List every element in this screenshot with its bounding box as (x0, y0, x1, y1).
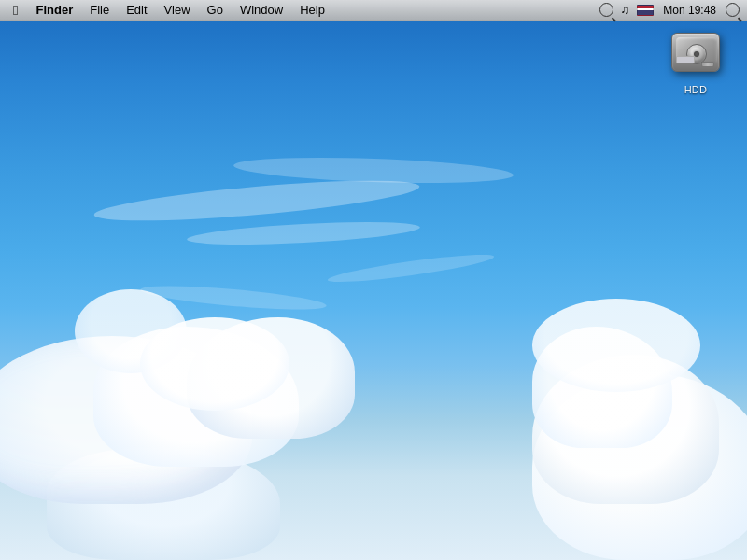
menu-go[interactable]: Go (199, 1, 232, 19)
hdd-label-area (676, 56, 695, 63)
hdd-drive-icon[interactable]: HDD (663, 33, 728, 95)
apple-menu[interactable]:  (4, 2, 27, 18)
hdd-connector (701, 62, 714, 67)
cloud-wispy (187, 217, 421, 248)
hdd-icon-image (671, 33, 720, 81)
menubar-clock: Mon 19:48 (659, 4, 720, 17)
cloud-bottom-left (140, 317, 289, 411)
menubar-right: ♫ Mon 19:48 (599, 3, 743, 17)
spotlight-search-icon[interactable] (726, 3, 740, 17)
menubar:  Finder File Edit View Go Window Help ♫… (0, 0, 747, 21)
menubar-left:  Finder File Edit View Go Window Help (4, 1, 333, 19)
menu-help[interactable]: Help (291, 1, 333, 19)
menu-view[interactable]: View (156, 1, 199, 19)
volume-icon[interactable]: ♫ (619, 3, 632, 17)
cloud-bottom-right (532, 299, 700, 392)
menu-window[interactable]: Window (232, 1, 291, 19)
cloud-wispy (327, 250, 495, 287)
desktop:  Finder File Edit View Go Window Help ♫… (0, 0, 747, 560)
hdd-body (671, 33, 720, 72)
spotlight-icon[interactable] (599, 3, 613, 17)
menu-file[interactable]: File (81, 1, 118, 19)
language-flag-icon[interactable] (637, 5, 654, 16)
menu-edit[interactable]: Edit (118, 1, 155, 19)
menu-finder[interactable]: Finder (27, 1, 81, 19)
hdd-name-label: HDD (684, 84, 708, 95)
cloud-wispy (233, 154, 514, 187)
